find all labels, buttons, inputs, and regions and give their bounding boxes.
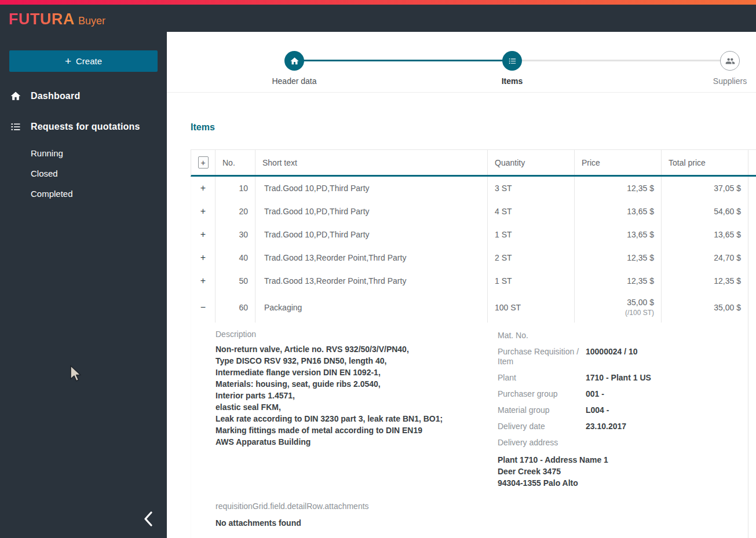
- detail-fields: Mat. No. Purchase Requisition / Item 100…: [498, 331, 741, 489]
- sidebar-item-label: Requests for quotations: [31, 122, 140, 132]
- row-short-text: Trad.Good 10,PD,Third Party: [255, 223, 488, 246]
- step-circle: [502, 51, 522, 71]
- header-cell-expand: +: [191, 150, 216, 175]
- detail-field-value: 23.10.2017: [586, 422, 626, 431]
- detail-field-label: Purchase Requisition / Item: [498, 347, 586, 367]
- sidebar-nav: Dashboard Requests for quotations Runnin…: [0, 87, 167, 204]
- detail-field-row: Delivery date 23.10.2017: [498, 422, 741, 431]
- row-price: 12,35 $: [627, 184, 654, 193]
- row-short-text: Trad.Good 13,Reorder Point,Thrd Party: [255, 246, 488, 269]
- description-line: Materials: housing, seat, guide ribs 2.0…: [216, 378, 476, 390]
- brand-name: FUTURA: [9, 10, 75, 28]
- detail-field-label: Delivery date: [498, 422, 586, 431]
- home-icon: [10, 90, 21, 102]
- row-quantity: 1 ST: [488, 223, 575, 246]
- items-grid-header: + No. Short text Quantity Price Total pr…: [191, 149, 756, 177]
- sidebar-item-requests-for-quotations[interactable]: Requests for quotations: [0, 118, 167, 136]
- expand-all-button[interactable]: +: [198, 156, 209, 169]
- detail-field-row: Purchase Requisition / Item 10000024 / 1…: [498, 347, 741, 367]
- row-expand-toggle[interactable]: −: [200, 303, 206, 312]
- description-line: Marking fittings made of metal according…: [216, 424, 476, 436]
- address-line: Plant 1710 - Address Name 1: [498, 454, 741, 466]
- items-grid: + No. Short text Quantity Price Total pr…: [191, 149, 756, 538]
- row-no: 50: [216, 269, 255, 292]
- detail-description: Description Non-return valve, Article no…: [216, 330, 476, 448]
- detail-field-row: Delivery address: [498, 438, 741, 448]
- header-cell-extra: [748, 150, 756, 175]
- description-line: Type DISCO RSV 932, PN16 DN50, length 40…: [216, 355, 476, 367]
- create-button[interactable]: + Create: [9, 50, 158, 72]
- sidebar-subitem-label: Closed: [31, 169, 58, 178]
- row-total-price: 24,70 $: [662, 246, 748, 269]
- attachments-empty-message: No attachments found: [216, 518, 369, 528]
- fields-list: Mat. No. Purchase Requisition / Item 100…: [498, 331, 741, 448]
- sidebar-item-dashboard[interactable]: Dashboard: [0, 87, 167, 105]
- top-accent-bar: [0, 0, 756, 5]
- description-line: Non-return valve, Article no. RVS 932/50…: [216, 343, 476, 355]
- attachments-label: requisitionGrid.field.detailRow.attachme…: [216, 502, 369, 511]
- detail-field-row: Material group L004 -: [498, 405, 741, 415]
- detail-attachments: requisitionGrid.field.detailRow.attachme…: [216, 502, 369, 528]
- row-price: 35,00 $: [627, 298, 654, 307]
- table-row[interactable]: + 40 Trad.Good 13,Reorder Point,Thrd Par…: [191, 246, 756, 269]
- table-row[interactable]: + 30 Trad.Good 10,PD,Third Party 1 ST 13…: [191, 223, 756, 246]
- table-row[interactable]: + 10 Trad.Good 10,PD,Third Party 3 ST 12…: [191, 177, 756, 200]
- sidebar-item-closed[interactable]: Closed: [0, 163, 167, 184]
- items-section-title: Items: [191, 122, 215, 133]
- table-row[interactable]: + 50 Trad.Good 13,Reorder Point,Thrd Par…: [191, 269, 756, 292]
- row-detail-panel: Description Non-return valve, Article no…: [191, 323, 748, 538]
- description-line: Interior parts 1.4571,: [216, 390, 476, 401]
- row-no: 60: [216, 292, 255, 323]
- plus-icon: +: [65, 56, 71, 67]
- main-content: Header data Items Suppliers Items + No. …: [167, 32, 756, 538]
- list-icon: [10, 121, 21, 133]
- row-total-price: 54,60 $: [662, 200, 748, 223]
- people-icon: [725, 56, 735, 66]
- row-quantity: 100 ST: [488, 292, 575, 323]
- header-cell-price: Price: [575, 150, 662, 175]
- sidebar-subitem-label: Completed: [31, 189, 73, 199]
- step-label: Suppliers: [689, 76, 756, 86]
- row-expand-toggle[interactable]: +: [200, 207, 206, 216]
- step-header-data[interactable]: Header data: [254, 51, 335, 86]
- row-expand-toggle[interactable]: +: [200, 230, 206, 239]
- sidebar-item-running[interactable]: Running: [0, 143, 167, 163]
- description-label: Description: [216, 330, 476, 339]
- detail-field-value: 001 -: [586, 389, 604, 399]
- app-logo: FUTURABuyer: [9, 10, 105, 28]
- row-total-price: 35,00 $: [662, 292, 748, 323]
- detail-field-row: Plant 1710 - Plant 1 US: [498, 373, 741, 383]
- row-quantity: 4 ST: [488, 200, 575, 223]
- row-total-price: 12,35 $: [662, 269, 748, 292]
- row-expand-toggle[interactable]: +: [200, 253, 206, 262]
- step-suppliers[interactable]: Suppliers: [689, 51, 756, 86]
- row-quantity: 3 ST: [488, 177, 575, 200]
- row-expand-toggle[interactable]: +: [200, 276, 206, 286]
- sidebar-item-label: Dashboard: [31, 91, 80, 101]
- header-cell-no: No.: [216, 150, 255, 175]
- home-icon: [290, 56, 300, 66]
- detail-field-value: 10000024 / 10: [586, 347, 638, 367]
- header-cell-total-price: Total price: [662, 150, 748, 175]
- row-price-note: (/100 ST): [625, 308, 654, 318]
- sidebar-collapse-button[interactable]: [138, 510, 159, 530]
- brand-product: Buyer: [78, 15, 105, 27]
- table-row[interactable]: + 20 Trad.Good 10,PD,Third Party 4 ST 13…: [191, 200, 756, 223]
- create-button-label: Create: [76, 56, 102, 66]
- detail-field-row: Mat. No.: [498, 331, 741, 341]
- row-short-text: Trad.Good 13,Reorder Point,Thrd Party: [255, 269, 488, 292]
- header-cell-short-text: Short text: [255, 150, 488, 175]
- table-row[interactable]: − 60 Packaging 100 ST 35,00 $(/100 ST) 3…: [191, 292, 756, 323]
- address-line: Deer Creek 3475: [498, 466, 741, 477]
- step-items[interactable]: Items: [472, 51, 553, 86]
- detail-field-value: 1710 - Plant 1 US: [586, 373, 651, 383]
- description-line: AWS Apparatus Building: [216, 436, 476, 448]
- row-no: 20: [216, 200, 255, 223]
- sidebar-item-completed[interactable]: Completed: [0, 184, 167, 204]
- row-expand-toggle[interactable]: +: [200, 184, 206, 193]
- row-total-price: 37,05 $: [662, 177, 748, 200]
- detail-field-value: L004 -: [586, 405, 609, 415]
- sidebar-subitem-label: Running: [31, 148, 63, 158]
- row-no: 10: [216, 177, 255, 200]
- header-cell-quantity: Quantity: [488, 150, 575, 175]
